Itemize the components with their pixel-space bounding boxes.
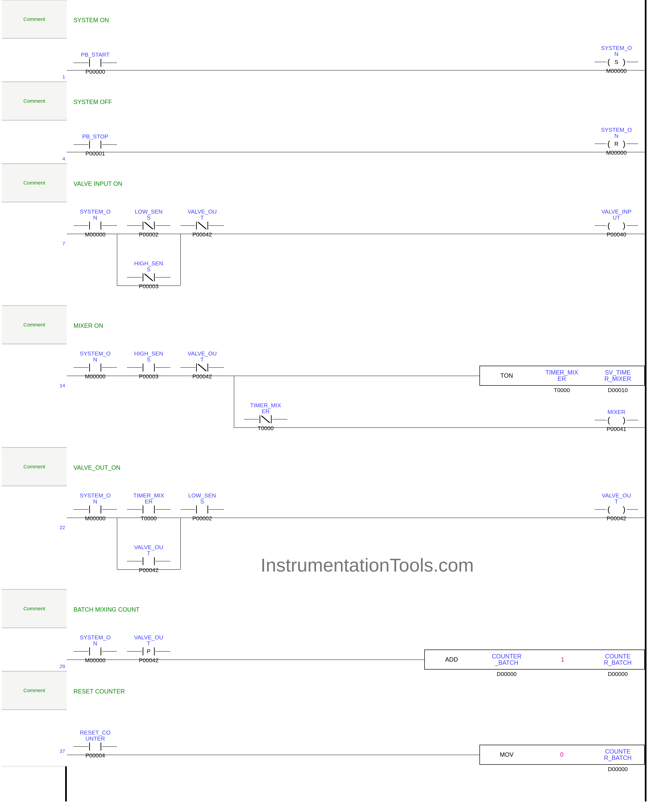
gutter-rung: 14 — [2, 344, 67, 447]
nc-contact-icon — [127, 272, 170, 282]
block-address: D00000 — [590, 671, 645, 677]
block-param: COUNTE R_BATCH — [590, 745, 645, 764]
contact-label: LOW_SEN S — [181, 493, 224, 504]
gutter-comment: Comment — [2, 0, 67, 38]
contact-address: P00003 — [127, 283, 170, 290]
contact-label: VALVE_OU T — [181, 209, 224, 221]
block-param: COUNTER _BATCH — [478, 650, 535, 669]
contact-address: T0000 — [244, 425, 287, 432]
coil-label: SYSTEM_O N — [595, 127, 638, 139]
contact-address: P00002 — [127, 231, 170, 238]
rung-comment: SYSTEM ON — [73, 17, 109, 24]
coil-icon: () — [595, 415, 638, 425]
contact-valve-out-nc: VALVE_OU T P00042 — [181, 351, 224, 380]
block-param: SV_TIME R_MIXER — [590, 366, 645, 385]
gutter-rung: 37 — [2, 710, 67, 766]
gutter-rung: 7 — [2, 202, 67, 305]
gutter-comment: Comment — [2, 305, 67, 344]
rung-number: 7 — [62, 241, 65, 246]
contact-address: P00042 — [181, 373, 224, 380]
coil-address: M00000 — [595, 150, 638, 156]
block-op: TON — [480, 366, 533, 385]
coil-label: VALVE_INP UT — [595, 209, 638, 221]
contact-address: P00042 — [127, 567, 170, 573]
rung-comment: VALVE INPUT ON — [73, 180, 122, 187]
rung-number: 1 — [62, 74, 65, 80]
mov-block: MOV 0 COUNTE R_BATCH D00000 — [479, 745, 645, 765]
block-address: D00010 — [590, 387, 645, 394]
contact-address: P00004 — [73, 752, 117, 759]
coil-icon: () — [595, 221, 638, 230]
rung-number: 37 — [60, 748, 65, 754]
coil-address: P00041 — [595, 426, 638, 432]
contact-label: VALVE_OU T — [127, 544, 170, 556]
no-contact-icon — [127, 504, 170, 514]
gutter-rung: 4 — [2, 120, 67, 163]
coil-label: MIXER — [595, 409, 638, 415]
no-contact-icon — [73, 742, 117, 752]
no-contact-icon — [73, 58, 117, 68]
contact-valve-out-no: VALVE_OU T P00042 — [127, 544, 170, 573]
block-op: ADD — [425, 650, 478, 669]
add-block: ADD COUNTER _BATCH 1 COUNTE R_BATCH D000… — [424, 650, 645, 670]
nc-contact-icon — [181, 363, 224, 372]
block-param: TIMER_MIX ER — [533, 366, 590, 385]
contact-address: P00002 — [181, 515, 224, 522]
contact-address: M00000 — [73, 373, 117, 380]
rung-comment: BATCH MIXING COUNT — [73, 606, 139, 613]
contact-high-sens-nc: HIGH_SEN S P00003 — [127, 261, 170, 290]
rung-number: 4 — [62, 156, 65, 162]
contact-address: P00001 — [73, 150, 117, 157]
rising-edge-contact-icon: P — [127, 646, 170, 656]
contact-system-on: SYSTEM_O N M00000 — [73, 493, 117, 522]
contact-system-on: SYSTEM_O N M00000 — [73, 351, 117, 380]
coil-modifier: R — [595, 139, 638, 149]
coil-system-on-set: SYSTEM_O N (S) M00000 — [595, 45, 638, 74]
no-contact-icon — [73, 646, 117, 656]
ladder-area: Comment 1 Comment 4 Comment 7 Comment 14… — [65, 0, 646, 801]
contact-address: P00003 — [127, 373, 170, 380]
ton-block: TON TIMER_MIX ER SV_TIME R_MIXER T0000 D… — [479, 366, 645, 386]
block-address: D00000 — [590, 766, 645, 772]
rung-wire — [67, 152, 645, 152]
contact-valve-out-pulse: VALVE_OU T P P00042 — [127, 635, 170, 664]
rung-number: 29 — [60, 664, 65, 669]
rung-number: 22 — [60, 525, 65, 530]
contact-label: SYSTEM_O N — [73, 351, 117, 363]
gutter-rung: 22 — [2, 486, 67, 589]
contact-label: SYSTEM_O N — [73, 493, 117, 504]
contact-address: T0000 — [127, 515, 170, 522]
contact-pb-stop: PB_STOP P00001 — [73, 134, 117, 157]
branch-wire — [181, 517, 181, 569]
no-contact-icon — [73, 221, 117, 230]
block-address: T0000 — [533, 387, 590, 394]
contact-label: SYSTEM_O N — [73, 635, 117, 646]
no-contact-icon — [73, 140, 117, 150]
coil-label: VALVE_OU T — [595, 493, 638, 504]
block-op: MOV — [480, 745, 533, 764]
no-contact-icon — [127, 363, 170, 372]
gutter-comment: Comment — [2, 82, 67, 120]
watermark-main: InstrumentationTools.com — [260, 554, 474, 576]
rung-comment: MIXER ON — [73, 322, 103, 329]
contact-label: SYSTEM_O N — [73, 209, 117, 221]
contact-address: M00000 — [73, 515, 117, 522]
contact-label: PB_STOP — [73, 134, 117, 140]
contact-label: TIMER_MIX ER — [244, 402, 287, 414]
rung-comment: SYSTEM OFF — [73, 99, 112, 105]
no-contact-icon — [73, 504, 117, 514]
contact-label: RESET_CO UNTER — [73, 730, 117, 742]
gutter-comment: Comment — [2, 447, 67, 486]
gutter-rung: 1 — [2, 38, 67, 82]
coil-valve-out: VALVE_OU T () P00042 — [595, 493, 638, 522]
coil-address: P00042 — [595, 515, 638, 522]
set-coil-icon: (S) — [595, 57, 638, 67]
coil-system-on-reset: SYSTEM_O N (R) M00000 — [595, 127, 638, 156]
block-param: 1 — [535, 650, 590, 669]
contact-address: P00042 — [181, 231, 224, 238]
coil-address: P00040 — [595, 231, 638, 238]
contact-label: VALVE_OU T — [127, 635, 170, 646]
gutter-comment: Comment — [2, 163, 67, 202]
contact-label: PB_START — [73, 52, 117, 58]
branch-wire — [117, 517, 117, 569]
